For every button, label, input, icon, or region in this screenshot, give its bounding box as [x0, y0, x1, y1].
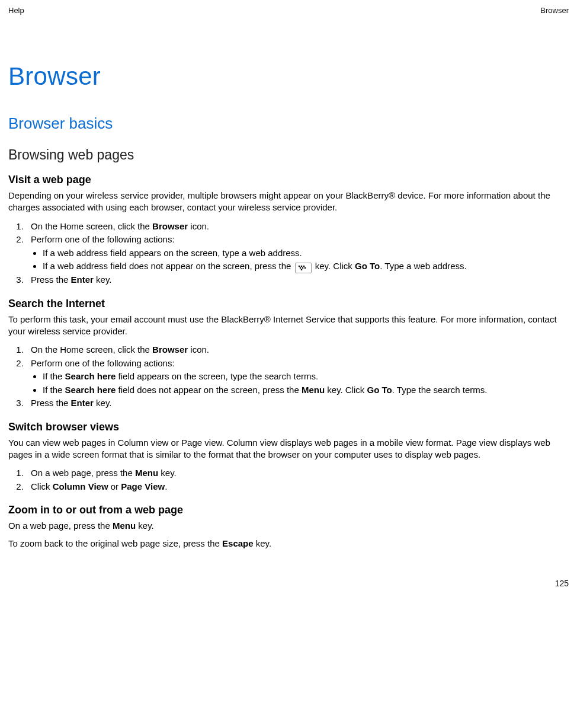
svg-point-6 [300, 269, 302, 271]
svg-point-3 [299, 267, 301, 269]
svg-point-0 [298, 266, 300, 267]
svg-point-1 [300, 266, 302, 267]
list-item: If a web address field appears on the sc… [43, 247, 569, 260]
svg-point-4 [302, 267, 303, 269]
topic-zoom-heading: Zoom in to or out from a web page [8, 504, 569, 516]
page-title: Browser [8, 62, 569, 91]
list-item: On the Home screen, click the Browser ic… [26, 343, 569, 357]
section-heading: Browser basics [8, 114, 569, 133]
list-item: On the Home screen, click the Browser ic… [26, 220, 569, 234]
list-item: Click Column View or Page View. [26, 480, 569, 494]
list-item: Perform one of the following actions: If… [26, 233, 569, 273]
list-item: Press the Enter key. [26, 397, 569, 410]
svg-point-2 [303, 266, 304, 267]
topic-search-steps: On the Home screen, click the Browser ic… [8, 343, 569, 410]
topic-switch-heading: Switch browser views [8, 421, 569, 433]
page-header: Help Browser [8, 6, 569, 15]
topic-search-intro: To perform this task, your email account… [8, 314, 569, 338]
list-item: If the Search here field appears on the … [43, 370, 569, 384]
list-item: If a web address field does not appear o… [43, 260, 569, 273]
page-number: 125 [555, 579, 569, 588]
topic-zoom-p1: On a web page, press the Menu key. [8, 520, 569, 532]
list-item: Perform one of the following actions: If… [26, 357, 569, 397]
topic-zoom-p2: To zoom back to the original web page si… [8, 538, 569, 550]
subsection-heading: Browsing web pages [8, 147, 569, 163]
topic-search-heading: Search the Internet [8, 298, 569, 310]
topic-visit-heading: Visit a web page [8, 174, 569, 186]
bb-menu-key-icon [295, 263, 312, 273]
topic-visit-intro: Depending on your wireless service provi… [8, 190, 569, 214]
list-item: On a web page, press the Menu key. [26, 467, 569, 480]
list-item: If the Search here field does not appear… [43, 384, 569, 397]
list-item: Press the Enter key. [26, 273, 569, 287]
svg-point-5 [304, 267, 306, 269]
topic-visit-steps: On the Home screen, click the Browser ic… [8, 220, 569, 287]
header-left: Help [8, 6, 24, 15]
header-right: Browser [540, 6, 569, 15]
topic-switch-intro: You can view web pages in Column view or… [8, 437, 569, 461]
topic-switch-steps: On a web page, press the Menu key. Click… [8, 467, 569, 493]
